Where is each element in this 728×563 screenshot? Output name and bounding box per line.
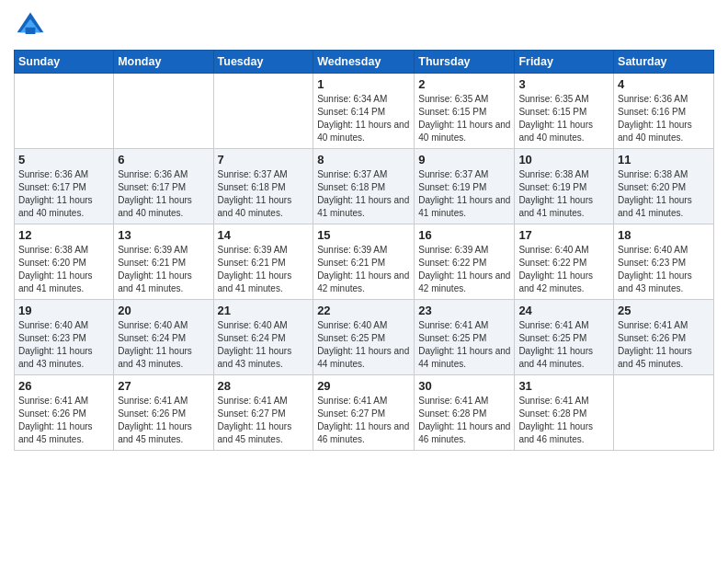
day-info: Sunrise: 6:40 AM Sunset: 6:22 PM Dayligh…	[518, 244, 609, 295]
day-info: Sunrise: 6:39 AM Sunset: 6:21 PM Dayligh…	[218, 244, 310, 295]
day-number: 17	[518, 228, 609, 242]
day-number: 27	[118, 379, 209, 393]
week-row-1: 1Sunrise: 6:34 AM Sunset: 6:14 PM Daylig…	[15, 74, 714, 149]
day-info: Sunrise: 6:41 AM Sunset: 6:25 PM Dayligh…	[518, 319, 609, 371]
day-info: Sunrise: 6:40 AM Sunset: 6:25 PM Dayligh…	[317, 319, 410, 371]
day-info: Sunrise: 6:41 AM Sunset: 6:27 PM Dayligh…	[218, 395, 310, 446]
day-info: Sunrise: 6:40 AM Sunset: 6:24 PM Dayligh…	[118, 319, 209, 371]
calendar-cell: 30Sunrise: 6:41 AM Sunset: 6:28 PM Dayli…	[415, 375, 515, 451]
calendar-cell	[114, 74, 213, 149]
calendar-cell	[15, 74, 114, 149]
day-number: 29	[317, 379, 410, 393]
logo-icon	[14, 9, 47, 42]
calendar-cell: 16Sunrise: 6:39 AM Sunset: 6:22 PM Dayli…	[415, 224, 515, 300]
calendar-cell: 4Sunrise: 6:36 AM Sunset: 6:16 PM Daylig…	[614, 74, 714, 149]
weekday-header-saturday: Saturday	[614, 51, 714, 74]
calendar-cell	[213, 74, 313, 149]
day-info: Sunrise: 6:41 AM Sunset: 6:26 PM Dayligh…	[118, 395, 209, 446]
calendar-cell: 8Sunrise: 6:37 AM Sunset: 6:18 PM Daylig…	[313, 149, 415, 224]
day-info: Sunrise: 6:38 AM Sunset: 6:20 PM Dayligh…	[618, 168, 710, 220]
day-info: Sunrise: 6:36 AM Sunset: 6:17 PM Dayligh…	[118, 168, 209, 220]
day-info: Sunrise: 6:41 AM Sunset: 6:25 PM Dayligh…	[418, 319, 510, 371]
week-row-5: 26Sunrise: 6:41 AM Sunset: 6:26 PM Dayli…	[15, 375, 714, 451]
weekday-header-wednesday: Wednesday	[313, 51, 415, 74]
weekday-header-row: SundayMondayTuesdayWednesdayThursdayFrid…	[15, 51, 714, 74]
calendar-cell: 19Sunrise: 6:40 AM Sunset: 6:23 PM Dayli…	[15, 300, 114, 375]
page: SundayMondayTuesdayWednesdayThursdayFrid…	[0, 0, 728, 563]
day-number: 9	[418, 153, 510, 167]
calendar-cell: 1Sunrise: 6:34 AM Sunset: 6:14 PM Daylig…	[313, 74, 415, 149]
day-info: Sunrise: 6:40 AM Sunset: 6:23 PM Dayligh…	[18, 319, 109, 371]
day-info: Sunrise: 6:37 AM Sunset: 6:18 PM Dayligh…	[218, 168, 310, 220]
day-number: 4	[618, 77, 710, 91]
calendar-cell: 17Sunrise: 6:40 AM Sunset: 6:22 PM Dayli…	[515, 224, 614, 300]
calendar-cell: 7Sunrise: 6:37 AM Sunset: 6:18 PM Daylig…	[213, 149, 313, 224]
day-number: 26	[18, 379, 109, 393]
day-info: Sunrise: 6:41 AM Sunset: 6:26 PM Dayligh…	[18, 395, 109, 446]
calendar-cell: 26Sunrise: 6:41 AM Sunset: 6:26 PM Dayli…	[15, 375, 114, 451]
day-info: Sunrise: 6:41 AM Sunset: 6:27 PM Dayligh…	[317, 395, 410, 446]
calendar-cell: 22Sunrise: 6:40 AM Sunset: 6:25 PM Dayli…	[313, 300, 415, 375]
calendar-cell: 5Sunrise: 6:36 AM Sunset: 6:17 PM Daylig…	[15, 149, 114, 224]
day-number: 6	[118, 153, 209, 167]
day-number: 14	[218, 228, 310, 242]
day-number: 2	[418, 77, 510, 91]
day-number: 1	[317, 77, 410, 91]
day-number: 22	[317, 304, 410, 317]
calendar-cell: 24Sunrise: 6:41 AM Sunset: 6:25 PM Dayli…	[515, 300, 614, 375]
weekday-header-monday: Monday	[114, 51, 213, 74]
day-number: 23	[418, 304, 510, 317]
day-number: 3	[518, 77, 609, 91]
day-number: 20	[118, 304, 209, 317]
day-number: 19	[18, 304, 109, 317]
day-number: 15	[317, 228, 410, 242]
day-number: 25	[618, 304, 710, 317]
day-info: Sunrise: 6:36 AM Sunset: 6:16 PM Dayligh…	[618, 93, 710, 144]
day-info: Sunrise: 6:37 AM Sunset: 6:19 PM Dayligh…	[418, 168, 510, 220]
calendar-cell: 27Sunrise: 6:41 AM Sunset: 6:26 PM Dayli…	[114, 375, 213, 451]
day-number: 13	[118, 228, 209, 242]
weekday-header-sunday: Sunday	[15, 51, 114, 74]
calendar-cell: 2Sunrise: 6:35 AM Sunset: 6:15 PM Daylig…	[415, 74, 515, 149]
calendar-cell: 23Sunrise: 6:41 AM Sunset: 6:25 PM Dayli…	[415, 300, 515, 375]
day-number: 28	[218, 379, 310, 393]
day-number: 12	[18, 228, 109, 242]
calendar-cell	[614, 375, 714, 451]
day-info: Sunrise: 6:40 AM Sunset: 6:23 PM Dayligh…	[618, 244, 710, 295]
day-number: 5	[18, 153, 109, 167]
week-row-3: 12Sunrise: 6:38 AM Sunset: 6:20 PM Dayli…	[15, 224, 714, 300]
calendar-cell: 31Sunrise: 6:41 AM Sunset: 6:28 PM Dayli…	[515, 375, 614, 451]
day-info: Sunrise: 6:35 AM Sunset: 6:15 PM Dayligh…	[418, 93, 510, 144]
day-number: 11	[618, 153, 710, 167]
day-number: 31	[518, 379, 609, 393]
day-info: Sunrise: 6:36 AM Sunset: 6:17 PM Dayligh…	[18, 168, 109, 220]
calendar-cell: 29Sunrise: 6:41 AM Sunset: 6:27 PM Dayli…	[313, 375, 415, 451]
day-info: Sunrise: 6:41 AM Sunset: 6:26 PM Dayligh…	[618, 319, 710, 371]
day-number: 16	[418, 228, 510, 242]
calendar-cell: 20Sunrise: 6:40 AM Sunset: 6:24 PM Dayli…	[114, 300, 213, 375]
logo	[14, 9, 51, 42]
day-info: Sunrise: 6:38 AM Sunset: 6:20 PM Dayligh…	[18, 244, 109, 295]
day-number: 8	[317, 153, 410, 167]
day-info: Sunrise: 6:41 AM Sunset: 6:28 PM Dayligh…	[518, 395, 609, 446]
day-info: Sunrise: 6:35 AM Sunset: 6:15 PM Dayligh…	[518, 93, 609, 144]
day-number: 30	[418, 379, 510, 393]
calendar-cell: 12Sunrise: 6:38 AM Sunset: 6:20 PM Dayli…	[15, 224, 114, 300]
day-number: 18	[618, 228, 710, 242]
header	[14, 9, 714, 42]
weekday-header-friday: Friday	[515, 51, 614, 74]
calendar-cell: 14Sunrise: 6:39 AM Sunset: 6:21 PM Dayli…	[213, 224, 313, 300]
day-info: Sunrise: 6:37 AM Sunset: 6:18 PM Dayligh…	[317, 168, 410, 220]
day-info: Sunrise: 6:34 AM Sunset: 6:14 PM Dayligh…	[317, 93, 410, 144]
calendar-cell: 13Sunrise: 6:39 AM Sunset: 6:21 PM Dayli…	[114, 224, 213, 300]
svg-rect-2	[26, 28, 36, 34]
calendar-table: SundayMondayTuesdayWednesdayThursdayFrid…	[14, 50, 714, 451]
calendar-cell: 9Sunrise: 6:37 AM Sunset: 6:19 PM Daylig…	[415, 149, 515, 224]
day-info: Sunrise: 6:39 AM Sunset: 6:22 PM Dayligh…	[418, 244, 510, 295]
calendar-cell: 10Sunrise: 6:38 AM Sunset: 6:19 PM Dayli…	[515, 149, 614, 224]
calendar-cell: 25Sunrise: 6:41 AM Sunset: 6:26 PM Dayli…	[614, 300, 714, 375]
weekday-header-thursday: Thursday	[415, 51, 515, 74]
day-info: Sunrise: 6:38 AM Sunset: 6:19 PM Dayligh…	[518, 168, 609, 220]
calendar-cell: 28Sunrise: 6:41 AM Sunset: 6:27 PM Dayli…	[213, 375, 313, 451]
calendar-cell: 11Sunrise: 6:38 AM Sunset: 6:20 PM Dayli…	[614, 149, 714, 224]
